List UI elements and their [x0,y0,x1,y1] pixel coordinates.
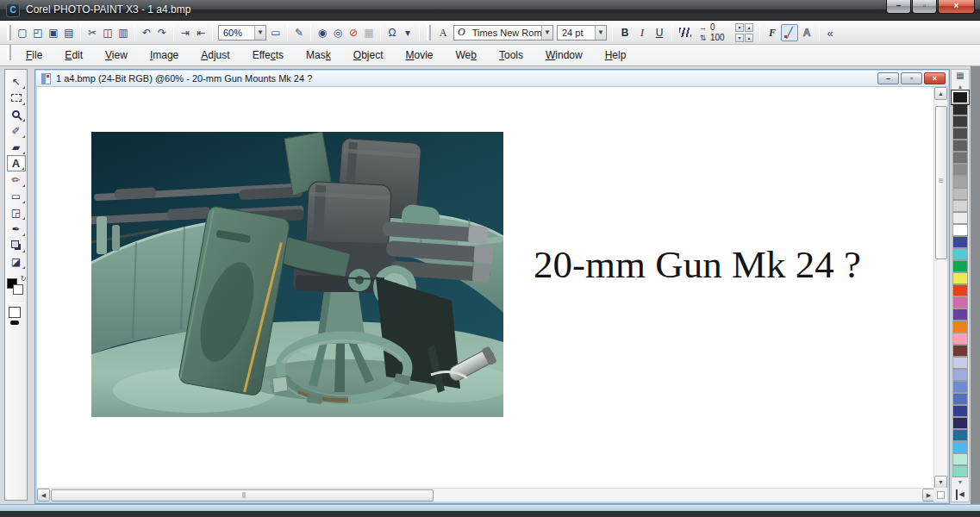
image-canvas[interactable]: 20-mm Gun Mk 24 ? [37,87,935,489]
menu-view[interactable]: View [94,45,139,65]
fill-tool[interactable]: ◲ [7,204,26,221]
text-alignment-icon[interactable] [679,28,691,37]
print-icon[interactable]: ▤ [61,24,77,41]
launcher-dropdown-icon[interactable]: ▾ [400,24,415,41]
bold-button[interactable]: B [616,24,634,41]
palette-swatch-28[interactable] [953,430,967,440]
menu-tools[interactable]: Tools [488,45,534,65]
italic-button[interactable]: I [634,24,651,41]
palette-swatch-10[interactable] [953,213,967,223]
line-spacing-down[interactable]: ▾ [735,34,744,42]
chevron-down-icon[interactable]: ▼ [254,26,265,40]
palette-swatch-2[interactable] [953,116,967,127]
palette-swatch-20[interactable] [953,333,967,344]
horizontal-scroll-thumb[interactable] [51,489,434,501]
character-formatting-icon[interactable]: A [434,24,452,41]
menu-image[interactable]: Image [139,45,190,65]
palette-swatch-9[interactable] [953,201,967,211]
paper-color-swatch[interactable] [9,307,21,318]
text-tool[interactable]: A [7,155,26,171]
palette-swatch-27[interactable] [953,418,967,428]
save-icon[interactable]: ▣ [46,24,61,41]
char-spacing-field[interactable]: 0 [708,22,734,32]
paint-tool[interactable]: ✏ [7,171,26,188]
palette-swatch-29[interactable] [953,442,967,452]
menu-movie[interactable]: Movie [394,45,444,65]
palette-swatch-21[interactable] [953,346,967,356]
document-restore-button[interactable]: ▫ [901,72,922,84]
resize-grip[interactable] [937,491,945,499]
redo-icon[interactable]: ↷ [154,24,170,41]
menu-window[interactable]: Window [534,45,594,65]
menu-file[interactable]: File [15,45,53,65]
minimize-button[interactable]: – [886,0,911,14]
transparency-grid-icon[interactable]: ▦ [361,24,377,41]
scroll-down-arrow[interactable]: ▼ [934,476,947,489]
palette-swatch-6[interactable] [953,165,967,175]
object-transparency-tool[interactable] [7,237,26,253]
font-family-combo[interactable]: O Times New Roman ▼ [453,25,553,40]
line-spacing-field[interactable]: 100 [708,33,734,42]
underline-button[interactable]: U [651,24,668,41]
char-spacing-up[interactable]: ▴ [745,23,753,32]
palette-swatch-0[interactable] [953,92,967,103]
palette-swatch-14[interactable] [953,261,967,271]
antialias-toggle-button[interactable]: ╱ [781,24,798,41]
eyedropper-tool[interactable]: ✐ [7,122,26,139]
palette-swatch-5[interactable] [953,153,967,163]
object-pick-tool[interactable]: ↖ [7,73,26,90]
palette-swatch-25[interactable] [953,394,967,404]
palette-swatch-30[interactable] [953,454,967,464]
palette-swatch-11[interactable] [953,225,967,235]
palette-swatch-13[interactable] [953,249,967,259]
palette-swatch-4[interactable] [953,140,967,151]
clear-mask-icon[interactable]: ⊘ [346,24,361,41]
background-color-swatch[interactable] [13,284,23,295]
palette-swatch-1[interactable] [953,104,967,115]
vertical-scrollbar[interactable]: ▲ ▼ [933,87,947,489]
zoom-level-combo[interactable]: 60% ▼ [218,25,266,40]
eraser-tool[interactable]: ▰ [7,139,26,155]
copy-icon[interactable]: ◫ [100,24,115,41]
app-launcher-icon[interactable]: Ω [384,24,400,41]
paste-icon[interactable]: ▥ [115,24,131,41]
scroll-left-arrow[interactable]: ◀ [37,489,50,501]
vertical-scroll-thumb[interactable] [935,106,947,259]
format-text-button[interactable]: F [764,24,781,41]
document-close-button[interactable]: × [924,72,946,84]
palette-swatch-8[interactable] [953,189,967,199]
collapse-propertybar-button[interactable]: « [823,24,837,41]
palette-swatch-16[interactable] [953,285,967,296]
property-bar-grip[interactable] [427,25,431,40]
palette-scroll-up-icon[interactable]: ▲ [952,83,969,92]
swap-colors-icon[interactable]: ↻ [21,275,27,283]
line-spacing-up[interactable]: ▴ [745,34,753,42]
render-text-to-mask-button[interactable]: A [798,24,815,41]
menu-adjust[interactable]: Adjust [190,45,240,65]
palette-scroll-to-start-icon[interactable]: ◀ [956,489,964,500]
open-icon[interactable]: ◰ [30,24,46,41]
restore-button[interactable]: ▫ [912,0,937,14]
import-icon[interactable]: ⇥ [178,24,193,41]
menu-object[interactable]: Object [342,45,395,65]
menu-effects[interactable]: Effects [241,45,295,65]
invert-mask-icon[interactable]: ◎ [330,24,346,41]
palette-swatch-19[interactable] [953,321,967,332]
palette-options-icon[interactable]: ▦ [956,70,964,83]
menu-edit[interactable]: Edit [53,45,94,65]
canvas-text[interactable]: 20-mm Gun Mk 24 ? [534,242,930,287]
chevron-down-icon[interactable]: ▼ [595,26,606,40]
touchup-tool[interactable]: ✒ [7,221,26,237]
palette-swatch-12[interactable] [953,237,967,247]
zoom-tool[interactable] [7,106,26,122]
palette-swatch-3[interactable] [953,128,967,139]
palette-swatch-15[interactable] [953,273,967,283]
image-slicing-tool[interactable]: ◪ [7,253,26,270]
scroll-up-arrow[interactable]: ▲ [934,87,947,100]
main-titlebar[interactable]: C Corel PHOTO-PAINT X3 - 1 a4.bmp – ▫ × [0,0,980,21]
char-spacing-down[interactable]: ▾ [735,23,744,32]
close-button[interactable]: × [938,0,975,14]
palette-swatch-18[interactable] [953,309,967,320]
show-mask-marquee-icon[interactable]: ◉ [315,24,330,41]
chevron-down-icon[interactable]: ▼ [541,26,552,40]
